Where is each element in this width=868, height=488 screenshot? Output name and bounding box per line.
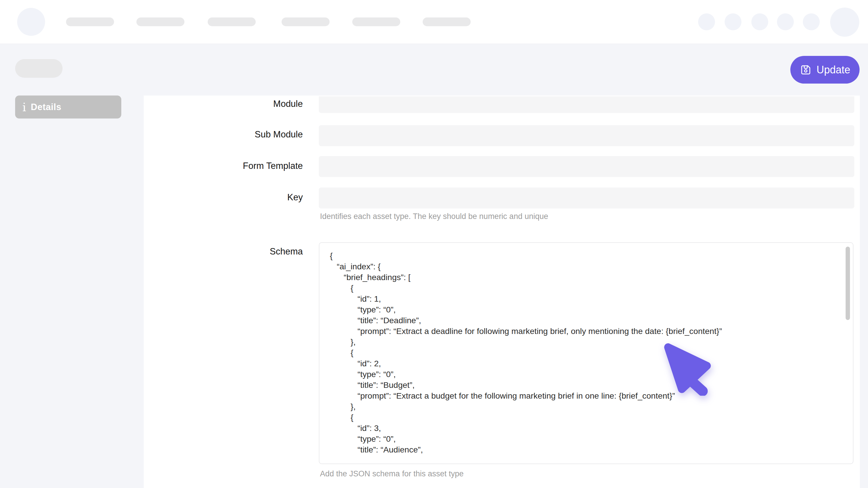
form-template-input[interactable] (319, 156, 854, 177)
nav-item-placeholder-1[interactable] (66, 18, 114, 26)
nav-item-placeholder-2[interactable] (136, 18, 184, 26)
nav-item-placeholder-5[interactable] (352, 18, 400, 26)
nav-action-icon-4[interactable] (777, 13, 794, 30)
nav-item-placeholder-4[interactable] (282, 18, 330, 26)
nav-action-icon-5[interactable] (803, 13, 820, 30)
schema-label: Schema (174, 246, 303, 257)
key-label: Key (174, 192, 303, 203)
sub-module-input[interactable] (319, 125, 854, 146)
schema-helper-text: Add the JSON schema for this asset type (320, 469, 464, 479)
nav-action-icon-2[interactable] (724, 13, 741, 30)
nav-item-placeholder-6[interactable] (423, 18, 471, 26)
page-title-placeholder (15, 59, 63, 78)
top-nav (0, 0, 868, 44)
nav-item-placeholder-3[interactable] (208, 18, 256, 26)
info-icon: i (22, 101, 26, 113)
sidebar-item-details[interactable]: i Details (15, 95, 121, 118)
sub-module-label: Sub Module (174, 129, 303, 140)
schema-scrollbar-thumb[interactable] (846, 247, 850, 320)
schema-textarea[interactable]: { “ai_index”: { “brief_headings”: [ { “i… (319, 242, 854, 464)
save-icon (800, 64, 812, 76)
module-input[interactable] (319, 96, 854, 113)
form-template-label: Form Template (174, 161, 303, 172)
module-label: Module (174, 98, 303, 110)
key-input[interactable] (319, 188, 854, 208)
nav-action-icon-1[interactable] (698, 13, 715, 30)
update-button[interactable]: Update (790, 56, 860, 84)
logo-placeholder (17, 8, 45, 36)
avatar[interactable] (830, 7, 859, 37)
nav-action-icon-3[interactable] (751, 13, 768, 30)
schema-text: { “ai_index”: { “brief_headings”: [ { “i… (319, 243, 853, 455)
key-helper-text: Identifies each asset type. The key shou… (320, 212, 548, 221)
update-button-label: Update (816, 64, 850, 76)
page: { "colors": { "accent_purple": "#6b5be2"… (0, 0, 868, 488)
sidebar-item-label: Details (31, 102, 61, 112)
